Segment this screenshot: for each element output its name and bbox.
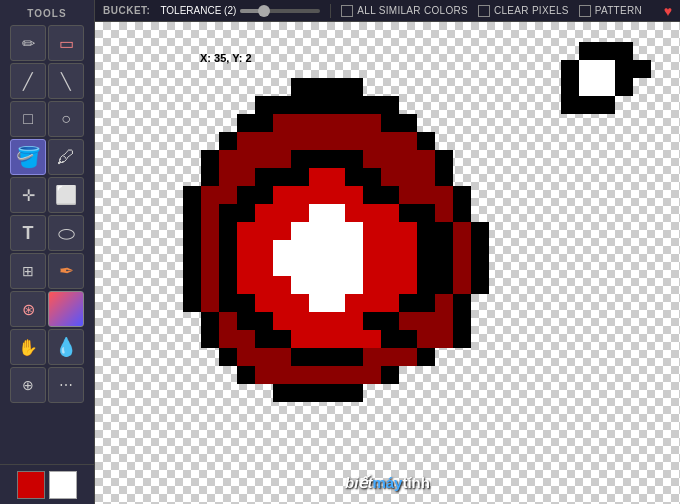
svg-rect-250 — [309, 384, 327, 402]
svg-rect-10 — [615, 60, 633, 78]
svg-rect-168 — [255, 276, 273, 294]
toolbar: TOOLS ✏ ▭ ╱ ╲ □ ○ 🪣 🖊 ✛ ⬜ T ⬭ ⊞ ✒ ⊛ ✋ 💧 … — [0, 0, 95, 504]
text-tool[interactable]: T — [10, 215, 46, 251]
svg-rect-79 — [417, 168, 435, 186]
svg-rect-193 — [399, 294, 417, 312]
svg-rect-46 — [309, 132, 327, 150]
hand-tool[interactable]: ✋ — [10, 329, 46, 365]
all-similar-cb-box[interactable] — [341, 5, 353, 17]
svg-rect-167 — [237, 276, 255, 294]
transform-tool[interactable]: ⊕ — [10, 367, 46, 403]
svg-rect-202 — [291, 312, 309, 330]
select-rect-tool[interactable]: ⬜ — [48, 177, 84, 213]
svg-rect-54 — [219, 150, 237, 168]
svg-rect-42 — [237, 132, 255, 150]
eyedropper-tool[interactable]: 🖊 — [48, 139, 84, 175]
smudge-tool[interactable]: ✒ — [48, 253, 84, 289]
svg-rect-215 — [255, 330, 273, 348]
pattern-cb-box[interactable] — [579, 5, 591, 17]
extra-tool[interactable]: ⋯ — [48, 367, 84, 403]
svg-rect-11 — [633, 60, 651, 78]
svg-rect-148 — [201, 258, 219, 276]
clear-pixels-cb-box[interactable] — [478, 5, 490, 17]
tolerance-control[interactable]: TOLERANCE (2) — [160, 5, 320, 16]
pattern-checkbox[interactable]: PATTERN — [579, 5, 642, 17]
svg-rect-175 — [381, 276, 399, 294]
svg-rect-100 — [237, 204, 255, 222]
svg-rect-229 — [255, 348, 273, 366]
svg-rect-29 — [363, 96, 381, 114]
svg-rect-114 — [201, 222, 219, 240]
line-tool[interactable]: ╱ — [10, 63, 46, 99]
svg-rect-7 — [561, 60, 579, 78]
topbar: BUCKET: TOLERANCE (2) ALL SIMILAR COLORS… — [95, 0, 680, 22]
svg-rect-138 — [327, 240, 345, 258]
secondary-color-swatch[interactable] — [49, 471, 77, 499]
svg-rect-94 — [417, 186, 435, 204]
all-similar-label: ALL SIMILAR COLORS — [357, 5, 468, 16]
slider-track[interactable] — [240, 9, 320, 13]
warp-tool[interactable]: 💧 — [48, 329, 84, 365]
rect-outline-tool[interactable]: □ — [10, 101, 46, 137]
svg-rect-206 — [363, 312, 381, 330]
svg-rect-39 — [381, 114, 399, 132]
svg-rect-135 — [273, 240, 291, 258]
svg-rect-92 — [381, 186, 399, 204]
bucket-label: BUCKET: — [103, 5, 150, 16]
svg-rect-109 — [399, 204, 417, 222]
eraser-tool[interactable]: ▭ — [48, 25, 84, 61]
dither-tool[interactable]: ⊞ — [10, 253, 46, 289]
move-tool[interactable]: ✛ — [10, 177, 46, 213]
ellipse-outline-tool[interactable]: ○ — [48, 101, 84, 137]
svg-rect-63 — [381, 150, 399, 168]
svg-rect-151 — [255, 258, 273, 276]
svg-rect-72 — [291, 168, 309, 186]
svg-rect-97 — [183, 204, 201, 222]
svg-rect-17 — [579, 96, 597, 114]
clear-pixels-checkbox[interactable]: CLEAR PIXELS — [478, 5, 569, 17]
svg-rect-242 — [291, 366, 309, 384]
all-similar-colors-checkbox[interactable]: ALL SIMILAR COLORS — [341, 5, 468, 17]
svg-rect-102 — [273, 204, 291, 222]
line2-tool[interactable]: ╲ — [48, 63, 84, 99]
svg-rect-210 — [435, 312, 453, 330]
svg-rect-222 — [381, 330, 399, 348]
svg-rect-178 — [435, 276, 453, 294]
svg-rect-142 — [399, 240, 417, 258]
pencil-tool[interactable]: ✏ — [10, 25, 46, 61]
svg-rect-64 — [399, 150, 417, 168]
spray-tool[interactable]: ⊛ — [10, 291, 46, 327]
svg-rect-87 — [291, 186, 309, 204]
svg-rect-195 — [435, 294, 453, 312]
svg-rect-122 — [345, 222, 363, 240]
svg-rect-117 — [255, 222, 273, 240]
svg-rect-140 — [363, 240, 381, 258]
canvas-area[interactable]: X: 35, Y: 2 — [95, 22, 680, 504]
svg-rect-226 — [453, 330, 471, 348]
svg-rect-219 — [327, 330, 345, 348]
svg-rect-16 — [561, 96, 579, 114]
svg-rect-156 — [345, 258, 363, 276]
svg-rect-134 — [255, 240, 273, 258]
tool-row-4: 🪣 🖊 — [0, 139, 94, 175]
svg-rect-25 — [291, 96, 309, 114]
svg-rect-38 — [363, 114, 381, 132]
svg-rect-239 — [237, 366, 255, 384]
ellipse-fill-tool[interactable]: ⬭ — [48, 215, 84, 251]
gradient-tool[interactable] — [48, 291, 84, 327]
primary-color-swatch[interactable] — [17, 471, 45, 499]
svg-rect-173 — [345, 276, 363, 294]
svg-rect-180 — [471, 276, 489, 294]
svg-rect-252 — [345, 384, 363, 402]
svg-rect-21 — [327, 78, 345, 96]
svg-rect-24 — [273, 96, 291, 114]
svg-rect-71 — [273, 168, 291, 186]
svg-rect-187 — [291, 294, 309, 312]
svg-rect-96 — [453, 186, 471, 204]
bucket-tool[interactable]: 🪣 — [10, 139, 46, 175]
svg-rect-75 — [345, 168, 363, 186]
svg-rect-177 — [417, 276, 435, 294]
slider-thumb[interactable] — [258, 5, 270, 17]
svg-rect-216 — [273, 330, 291, 348]
pixel-art-canvas[interactable] — [95, 22, 680, 482]
